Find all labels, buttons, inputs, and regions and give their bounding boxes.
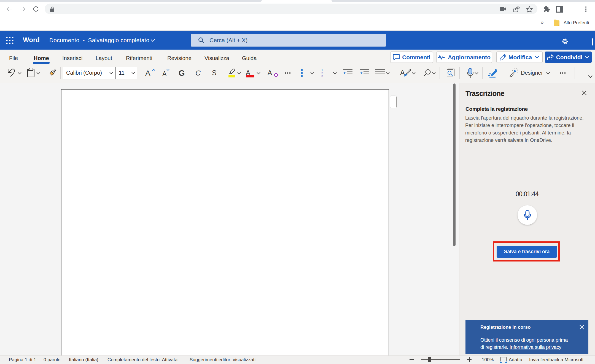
svg-text:3: 3 [321, 74, 323, 77]
